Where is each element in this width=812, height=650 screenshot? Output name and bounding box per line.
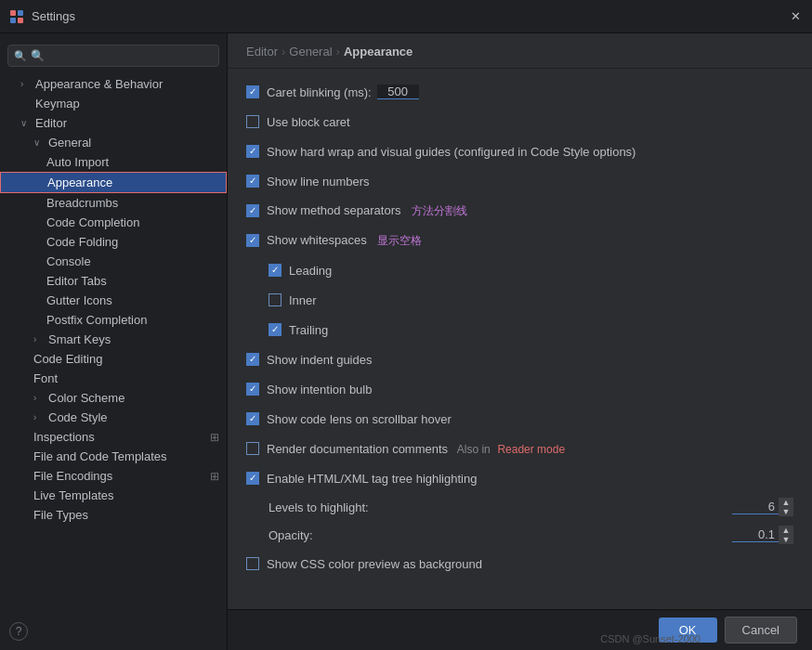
sidebar-item-editor[interactable]: ∨ Editor xyxy=(0,113,227,133)
leading-checkbox[interactable]: Leading xyxy=(268,264,332,278)
sidebar-item-live-templates[interactable]: Live Templates xyxy=(0,486,227,505)
sidebar-item-label: Code Completion xyxy=(46,215,139,229)
expand-icon: ∨ xyxy=(33,137,46,148)
sidebar-item-label: File and Code Templates xyxy=(33,449,167,463)
sidebar-item-label: Code Style xyxy=(48,410,108,424)
sidebar-item-postfix-completion[interactable]: Postfix Completion xyxy=(0,310,227,330)
sidebar-item-label: Keymap xyxy=(35,97,80,110)
caret-blinking-input[interactable] xyxy=(377,84,419,99)
sidebar-item-gutter-icons[interactable]: Gutter Icons xyxy=(0,291,227,310)
trailing-label: Trailing xyxy=(289,323,328,337)
render-doc-comments-row: Render documentation comments Also in Re… xyxy=(246,438,793,459)
sidebar-item-label: Live Templates xyxy=(33,488,113,502)
whitespaces-chinese: 显示空格 xyxy=(377,234,422,247)
trailing-row: Trailing xyxy=(246,319,793,340)
close-icon[interactable]: ✕ xyxy=(788,9,803,24)
show-hard-wrap-row: Show hard wrap and visual guides (config… xyxy=(246,141,793,162)
show-indent-guides-label: Show indent guides xyxy=(267,353,372,367)
sidebar-item-general[interactable]: ∨ General xyxy=(0,133,227,152)
breadcrumb-appearance: Appearance xyxy=(344,45,413,58)
sidebar-item-label: Color Scheme xyxy=(48,391,124,405)
show-intention-bulb-checkbox[interactable]: Show intention bulb xyxy=(246,383,372,396)
opacity-increment-button[interactable]: ▲ xyxy=(779,526,793,535)
show-code-lens-row: Show code lens on scrollbar hover xyxy=(246,409,793,429)
leading-row: Leading xyxy=(246,260,793,280)
use-block-caret-checkbox[interactable]: Use block caret xyxy=(246,115,350,129)
sidebar-item-label: Breadcrumbs xyxy=(46,196,118,210)
caret-blinking-row: Caret blinking (ms): xyxy=(246,82,793,102)
caret-blinking-checkbox[interactable]: Caret blinking (ms): xyxy=(246,85,372,99)
content-area: Editor › General › Appearance Caret blin… xyxy=(228,33,812,650)
breadcrumb: Editor › General › Appearance xyxy=(228,33,812,69)
show-whitespaces-cb xyxy=(246,234,259,247)
sidebar-item-code-editing[interactable]: Code Editing xyxy=(0,349,227,369)
sidebar-item-label: Auto Import xyxy=(46,155,109,169)
show-line-numbers-checkbox[interactable]: Show line numbers xyxy=(246,175,370,188)
show-code-lens-label: Show code lens on scrollbar hover xyxy=(267,412,452,426)
sidebar-item-file-code-templates[interactable]: File and Code Templates xyxy=(0,447,227,466)
sidebar-search[interactable]: 🔍 xyxy=(7,45,219,67)
sidebar-item-inspections[interactable]: Inspections ⊞ xyxy=(0,427,227,447)
levels-increment-button[interactable]: ▲ xyxy=(779,498,793,507)
levels-highlight-row: Levels to highlight: ▲ ▼ xyxy=(246,498,793,516)
render-doc-comments-checkbox[interactable]: Render documentation comments Also in Re… xyxy=(246,442,565,456)
inner-cb xyxy=(268,293,282,306)
opacity-decrement-button[interactable]: ▼ xyxy=(779,535,793,544)
sidebar-item-auto-import[interactable]: Auto Import xyxy=(0,152,227,172)
show-css-color-checkbox[interactable]: Show CSS color preview as background xyxy=(246,557,482,571)
cancel-button[interactable]: Cancel xyxy=(725,617,797,644)
levels-val-container: ▲ ▼ xyxy=(732,498,793,516)
sidebar-item-file-types[interactable]: File Types xyxy=(0,505,227,525)
sidebar-item-smart-keys[interactable]: › Smart Keys xyxy=(0,330,227,349)
window-title: Settings xyxy=(32,9,75,23)
sidebar-item-appearance-behavior[interactable]: › Appearance & Behavior xyxy=(0,74,227,94)
expand-icon: ∨ xyxy=(20,118,33,128)
sidebar-item-appearance[interactable]: Appearance xyxy=(0,172,227,193)
use-block-caret-row: Use block caret xyxy=(246,111,793,132)
help-icon[interactable]: ? xyxy=(9,622,28,641)
inner-checkbox[interactable]: Inner xyxy=(268,293,317,307)
show-indent-guides-row: Show indent guides xyxy=(246,349,793,370)
show-method-sep-label: Show method separators 方法分割线 xyxy=(267,203,467,219)
sidebar-item-label: File Types xyxy=(33,508,88,522)
svg-rect-2 xyxy=(10,18,16,23)
inner-row: Inner xyxy=(246,290,793,310)
sidebar-item-color-scheme[interactable]: › Color Scheme xyxy=(0,388,227,408)
reader-mode-link[interactable]: Reader mode xyxy=(497,443,565,456)
sidebar-item-breadcrumbs[interactable]: Breadcrumbs xyxy=(0,193,227,213)
sidebar-item-keymap[interactable]: Keymap xyxy=(0,94,227,113)
sidebar-item-label: Appearance & Behavior xyxy=(35,77,163,91)
opacity-spinners: ▲ ▼ xyxy=(779,526,793,544)
encodings-icon: ⊞ xyxy=(210,470,219,483)
show-indent-guides-checkbox[interactable]: Show indent guides xyxy=(246,353,372,367)
trailing-checkbox[interactable]: Trailing xyxy=(268,323,328,337)
show-intention-bulb-row: Show intention bulb xyxy=(246,379,793,399)
render-doc-comments-cb xyxy=(246,442,259,455)
sidebar-item-file-encodings[interactable]: File Encodings ⊞ xyxy=(0,466,227,486)
sidebar-item-label: Font xyxy=(33,371,58,385)
sidebar-item-console[interactable]: Console xyxy=(0,252,227,271)
show-hard-wrap-checkbox[interactable]: Show hard wrap and visual guides (config… xyxy=(246,145,635,159)
sidebar-item-label: Appearance xyxy=(47,176,112,189)
sidebar-item-code-completion[interactable]: Code Completion xyxy=(0,213,227,232)
search-input[interactable] xyxy=(31,49,213,62)
show-whitespaces-checkbox[interactable]: Show whitespaces 显示空格 xyxy=(246,233,422,249)
enable-html-xml-row: Enable HTML/XML tag tree highlighting xyxy=(246,468,793,488)
opacity-input[interactable] xyxy=(732,527,779,542)
sidebar-item-editor-tabs[interactable]: Editor Tabs xyxy=(0,271,227,291)
expand-icon: › xyxy=(33,334,46,344)
sidebar-item-label: Editor Tabs xyxy=(46,274,107,288)
show-whitespaces-label: Show whitespaces 显示空格 xyxy=(267,233,422,249)
sidebar-item-font[interactable]: Font xyxy=(0,369,227,388)
main-layout: 🔍 › Appearance & Behavior Keymap ∨ Edito… xyxy=(0,33,812,650)
levels-decrement-button[interactable]: ▼ xyxy=(779,507,793,516)
sidebar-item-code-folding[interactable]: Code Folding xyxy=(0,232,227,252)
sidebar-item-code-style[interactable]: › Code Style xyxy=(0,408,227,427)
show-method-sep-cb xyxy=(246,204,259,217)
show-code-lens-checkbox[interactable]: Show code lens on scrollbar hover xyxy=(246,412,452,426)
enable-html-xml-checkbox[interactable]: Enable HTML/XML tag tree highlighting xyxy=(246,472,477,486)
show-line-numbers-cb xyxy=(246,175,259,188)
show-method-sep-checkbox[interactable]: Show method separators 方法分割线 xyxy=(246,203,467,219)
levels-highlight-input[interactable] xyxy=(732,500,779,514)
watermark: CSDN @Sunset-2000 xyxy=(600,633,701,644)
